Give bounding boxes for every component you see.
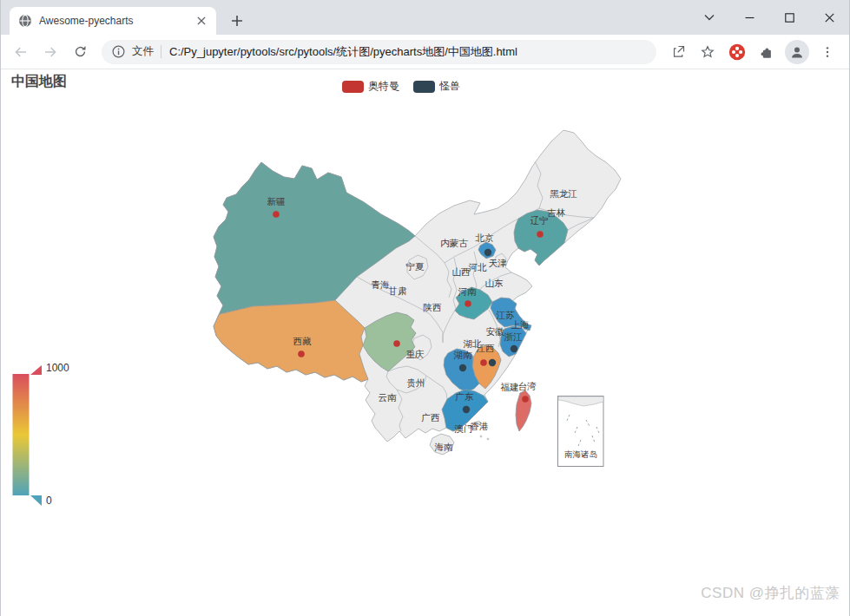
back-button[interactable] bbox=[9, 40, 33, 64]
monster-dot[interactable] bbox=[511, 345, 517, 352]
province-label: 宁夏 bbox=[406, 261, 425, 272]
south-china-sea-inset: 南海诸岛 bbox=[558, 396, 604, 467]
province-label: 福建 bbox=[501, 382, 519, 392]
browser-toolbar: 文件 C:/Py_jupyter/pytools/src/pytools/统计图… bbox=[1, 35, 849, 69]
visualmap-gradient-bar bbox=[13, 374, 30, 495]
globe-favicon-icon bbox=[18, 14, 32, 28]
maximize-button[interactable] bbox=[769, 0, 809, 35]
new-tab-button[interactable] bbox=[225, 9, 249, 33]
province-label: 重庆 bbox=[406, 349, 425, 359]
province-label: 青海 bbox=[372, 279, 391, 290]
browser-tab[interactable]: Awesome-pyecharts bbox=[10, 7, 216, 35]
reload-button[interactable] bbox=[68, 40, 92, 64]
province-label: 广东 bbox=[456, 391, 474, 402]
page-content: 中国地图 奥特曼 怪兽 bbox=[1, 69, 850, 616]
province-label: 海南 bbox=[435, 442, 454, 452]
ultraman-dot[interactable] bbox=[522, 396, 529, 403]
province-label: 陕西 bbox=[424, 302, 443, 312]
province-label: 上海 bbox=[511, 319, 530, 330]
province-label: 台湾 bbox=[518, 381, 537, 391]
ultraman-dot[interactable] bbox=[465, 300, 471, 307]
tab-search-chevron-icon[interactable] bbox=[689, 0, 729, 35]
province-label: 安徽 bbox=[486, 326, 505, 337]
url-scheme-chip[interactable]: 文件 bbox=[132, 44, 154, 59]
close-window-button[interactable] bbox=[809, 0, 849, 35]
province-label: 香港 bbox=[471, 421, 490, 431]
inset-label: 南海诸岛 bbox=[564, 449, 597, 459]
province-label: 贵州 bbox=[407, 377, 425, 388]
ultraman-dot[interactable] bbox=[537, 231, 544, 238]
forward-button[interactable] bbox=[38, 40, 63, 64]
ultraman-dot[interactable] bbox=[393, 340, 400, 347]
province-label: 新疆 bbox=[267, 196, 287, 206]
province-label: 辽宁 bbox=[530, 215, 549, 226]
csdn-watermark: CSDN @挣扎的蓝藻 bbox=[701, 583, 840, 603]
url-bar[interactable]: 文件 C:/Py_jupyter/pytools/src/pytools/统计图… bbox=[102, 40, 656, 64]
monster-dot[interactable] bbox=[463, 406, 470, 413]
url-separator bbox=[161, 45, 161, 58]
visualmap-min-handle bbox=[30, 495, 42, 506]
province-label: 山东 bbox=[485, 278, 504, 288]
province-label: 西藏 bbox=[293, 336, 313, 346]
province-label: 江西 bbox=[477, 343, 496, 353]
province-label: 黑龙江 bbox=[550, 188, 577, 199]
province-label: 北京 bbox=[475, 233, 495, 243]
province-label: 广西 bbox=[422, 412, 441, 423]
extensions-puzzle-icon[interactable] bbox=[754, 40, 779, 64]
profile-avatar[interactable] bbox=[785, 40, 809, 64]
visualmap-max-label: 1000 bbox=[46, 362, 69, 374]
monster-dot[interactable] bbox=[459, 364, 466, 371]
browser-titlebar: Awesome-pyecharts bbox=[1, 0, 849, 35]
province-label: 河南 bbox=[458, 286, 478, 297]
province-label: 河北 bbox=[469, 262, 488, 272]
page-info-icon[interactable] bbox=[112, 45, 125, 58]
browser-window: Awesome-pyecharts bbox=[0, 0, 850, 616]
visualmap-max-handle bbox=[30, 365, 42, 375]
china-map-canvas[interactable]: 新疆西藏青海甘肃宁夏内蒙古黑龙江吉林辽宁北京天津河北山西山东河南陕西江苏上海安徽… bbox=[1, 69, 850, 616]
visualmap[interactable]: 1000 0 bbox=[13, 362, 70, 507]
province-label: 甘肃 bbox=[388, 285, 408, 296]
province-label: 浙江 bbox=[504, 331, 524, 342]
tab-title: Awesome-pyecharts bbox=[39, 15, 194, 27]
province-label: 吉林 bbox=[547, 207, 566, 218]
extension-red-icon[interactable] bbox=[725, 40, 749, 64]
province-label: 内蒙古 bbox=[440, 238, 468, 248]
share-button[interactable] bbox=[666, 40, 690, 64]
province-label: 天津 bbox=[489, 258, 508, 268]
ultraman-dot[interactable] bbox=[273, 211, 280, 218]
province-label: 山西 bbox=[452, 266, 471, 277]
bookmark-star-icon[interactable] bbox=[695, 40, 720, 64]
monster-dot[interactable] bbox=[489, 359, 496, 366]
tab-close-icon[interactable] bbox=[194, 13, 209, 29]
province-label: 湖南 bbox=[454, 350, 473, 360]
visualmap-min-label: 0 bbox=[46, 495, 52, 507]
ultraman-dot[interactable] bbox=[480, 359, 487, 366]
province-label: 云南 bbox=[379, 392, 398, 403]
url-text[interactable]: C:/Py_jupyter/pytools/src/pytools/统计图/py… bbox=[169, 44, 517, 60]
monster-dot[interactable] bbox=[484, 249, 491, 256]
window-controls bbox=[689, 0, 849, 35]
ultraman-dot[interactable] bbox=[298, 351, 305, 357]
menu-kebab-icon[interactable] bbox=[815, 40, 840, 64]
map-region-xizang[interactable] bbox=[214, 300, 368, 382]
minimize-button[interactable] bbox=[729, 0, 769, 35]
